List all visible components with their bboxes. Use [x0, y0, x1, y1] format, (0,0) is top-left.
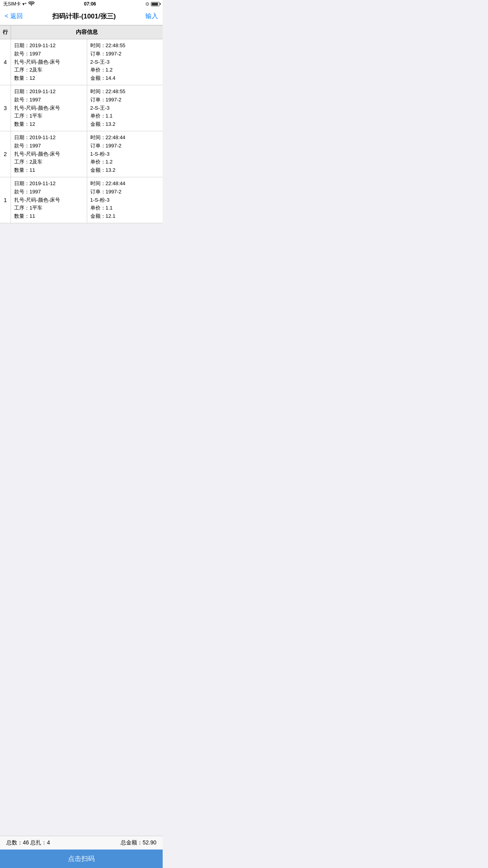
table-row: 4日期：2019-11-12款号：1997扎号-尺码-颜色-床号工序：2及车数量…: [0, 39, 163, 85]
cell-right: 时间：22:48:44订单：1997-21-S-粉-3单价：1.1金额：12.1: [87, 177, 163, 223]
row-number: 1: [0, 177, 11, 223]
cell-left: 日期：2019-11-12款号：1997扎号-尺码-颜色-床号工序：2及车数量：…: [11, 39, 87, 85]
cell-left: 日期：2019-11-12款号：1997扎号-尺码-颜色-床号工序：1平车数量：…: [11, 85, 87, 131]
header-content-col: 内容信息: [11, 26, 163, 39]
row-number: 4: [0, 39, 11, 85]
cell-left: 日期：2019-11-12款号：1997扎号-尺码-颜色-床号工序：2及车数量：…: [11, 131, 87, 177]
table-row: 3日期：2019-11-12款号：1997扎号-尺码-颜色-床号工序：1平车数量…: [0, 85, 163, 131]
lock-icon: ⊙: [145, 1, 149, 7]
wifi-icon: ▾ᵒ: [22, 2, 27, 7]
header-row-col: 行: [0, 26, 11, 39]
row-content: 日期：2019-11-12款号：1997扎号-尺码-颜色-床号工序：1平车数量：…: [11, 177, 163, 223]
row-content: 日期：2019-11-12款号：1997扎号-尺码-颜色-床号工序：1平车数量：…: [11, 85, 163, 131]
wifi-bars: [28, 1, 35, 7]
data-table: 行 内容信息 4日期：2019-11-12款号：1997扎号-尺码-颜色-床号工…: [0, 25, 163, 223]
row-content: 日期：2019-11-12款号：1997扎号-尺码-颜色-床号工序：2及车数量：…: [11, 131, 163, 177]
table-body: 4日期：2019-11-12款号：1997扎号-尺码-颜色-床号工序：2及车数量…: [0, 39, 163, 223]
status-right: ⊙: [145, 1, 160, 7]
cell-right: 时间：22:48:55订单：1997-22-S-王-3单价：1.2金额：14.4: [87, 39, 163, 85]
cell-right: 时间：22:48:55订单：1997-22-S-王-3单价：1.1金额：13.2: [87, 85, 163, 131]
status-bar: 无SIM卡 ▾ᵒ 07:06 ⊙: [0, 0, 163, 8]
empty-area: [0, 223, 163, 310]
carrier-text: 无SIM卡: [3, 1, 21, 7]
table-row: 2日期：2019-11-12款号：1997扎号-尺码-颜色-床号工序：2及车数量…: [0, 131, 163, 177]
page-title: 扫码计菲-(1001/张三): [52, 12, 116, 21]
svg-point-0: [31, 5, 32, 6]
row-content: 日期：2019-11-12款号：1997扎号-尺码-颜色-床号工序：2及车数量：…: [11, 39, 163, 85]
row-number: 3: [0, 85, 11, 131]
back-button[interactable]: < 返回: [5, 12, 23, 20]
input-button[interactable]: 输入: [145, 12, 158, 20]
status-left: 无SIM卡 ▾ᵒ: [3, 1, 35, 7]
row-number: 2: [0, 131, 11, 177]
table-row: 1日期：2019-11-12款号：1997扎号-尺码-颜色-床号工序：1平车数量…: [0, 177, 163, 223]
battery-icon: [151, 2, 160, 6]
cell-left: 日期：2019-11-12款号：1997扎号-尺码-颜色-床号工序：1平车数量：…: [11, 177, 87, 223]
status-time: 07:06: [84, 1, 96, 7]
nav-bar: < 返回 扫码计菲-(1001/张三) 输入: [0, 8, 163, 25]
table-header: 行 内容信息: [0, 25, 163, 39]
cell-right: 时间：22:48:44订单：1997-21-S-粉-3单价：1.2金额：13.2: [87, 131, 163, 177]
